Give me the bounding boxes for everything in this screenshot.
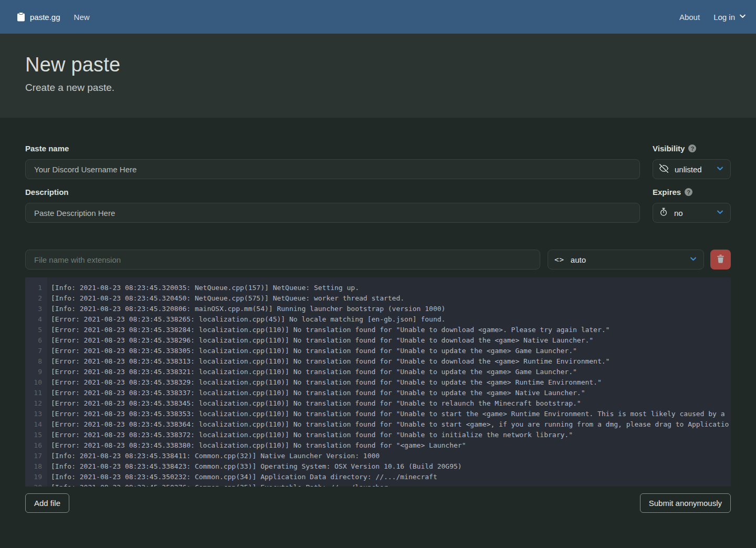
navbar: paste.gg New About Log in [0, 0, 756, 34]
login-dropdown-toggle[interactable]: Log in [713, 12, 747, 22]
paste-name-input[interactable] [25, 159, 640, 179]
chevron-down-icon [689, 255, 697, 264]
trash-icon [717, 254, 724, 265]
file-header-row: <> auto [25, 250, 731, 270]
visibility-help-icon[interactable]: ? [688, 144, 696, 152]
submit-anonymously-button[interactable]: Submit anonymously [640, 493, 731, 513]
delete-file-button[interactable] [710, 250, 731, 270]
add-file-button[interactable]: Add file [25, 493, 69, 513]
paste-name-label: Paste name [25, 144, 640, 153]
login-label: Log in [713, 13, 735, 22]
eye-slash-icon [659, 164, 668, 174]
expires-label: Expires [653, 188, 681, 197]
main-content: Paste name Visibility ? unlisted [0, 144, 756, 513]
page-header: New paste Create a new paste. [0, 34, 756, 118]
visibility-select[interactable]: unlisted [653, 159, 731, 179]
language-select[interactable]: <> auto [548, 250, 704, 270]
clipboard-icon [17, 12, 25, 22]
brand[interactable]: paste.gg [17, 12, 60, 22]
expires-help-icon[interactable]: ? [685, 188, 692, 196]
expires-select[interactable]: no [653, 203, 731, 223]
chevron-down-icon [739, 12, 747, 22]
language-selected-value: auto [571, 255, 683, 264]
nav-item-new[interactable]: New [74, 13, 90, 22]
brand-label: paste.gg [30, 13, 60, 22]
page-subtitle: Create a new paste. [25, 82, 731, 94]
visibility-label: Visibility [653, 144, 685, 153]
nav-item-about[interactable]: About [679, 13, 700, 22]
description-input[interactable] [25, 203, 640, 223]
chevron-down-icon [716, 208, 724, 218]
code-icon: <> [554, 255, 564, 264]
description-label: Description [25, 188, 640, 197]
visibility-selected-value: unlisted [675, 165, 710, 174]
stopwatch-icon [659, 208, 668, 218]
expires-selected-value: no [674, 209, 710, 218]
chevron-down-icon [716, 164, 724, 174]
code-editor[interactable]: 1[Info: 2021-08-23 08:23:45.320035: NetQ… [25, 277, 731, 487]
page-title: New paste [25, 54, 731, 76]
file-name-input[interactable] [25, 250, 540, 270]
code-editor-lines: 1[Info: 2021-08-23 08:23:45.320035: NetQ… [25, 283, 731, 487]
